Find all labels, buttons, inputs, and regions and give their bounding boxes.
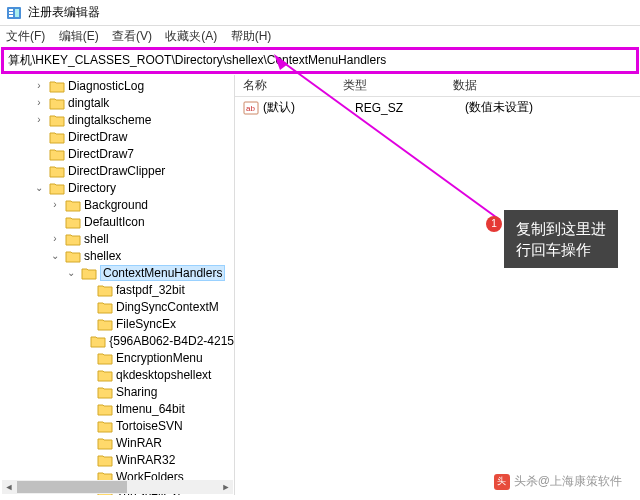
expand-icon[interactable]: › <box>48 199 62 210</box>
tree-item[interactable]: FileSyncEx <box>0 315 234 332</box>
tree-item[interactable]: TortoiseSVN <box>0 417 234 434</box>
tree-item[interactable]: ›Background <box>0 196 234 213</box>
folder-icon <box>49 96 65 110</box>
folder-icon <box>97 436 113 450</box>
tree-item-label: DefaultIcon <box>84 215 145 229</box>
tree-item[interactable]: ⌄Directory <box>0 179 234 196</box>
svg-rect-2 <box>9 12 13 14</box>
folder-icon <box>49 79 65 93</box>
watermark-text: @上海康策软件 <box>538 473 622 490</box>
tree-item[interactable]: DirectDrawClipper <box>0 162 234 179</box>
folder-icon <box>49 147 65 161</box>
tree-item-label: Directory <box>68 181 116 195</box>
tree-item-label: Sharing <box>116 385 157 399</box>
address-bar[interactable]: 算机\HKEY_CLASSES_ROOT\Directory\shellex\C… <box>1 47 639 74</box>
col-name[interactable]: 名称 <box>243 77 343 94</box>
menu-view[interactable]: 查看(V) <box>112 29 152 43</box>
col-type[interactable]: 类型 <box>343 77 453 94</box>
value-type: REG_SZ <box>355 101 465 115</box>
folder-icon <box>65 215 81 229</box>
tree-item[interactable]: WinRAR32 <box>0 451 234 468</box>
col-data[interactable]: 数据 <box>453 77 640 94</box>
svg-rect-4 <box>15 9 19 17</box>
expand-icon[interactable]: ⌄ <box>32 182 46 193</box>
tree-item[interactable]: EncryptionMenu <box>0 349 234 366</box>
tree-item-label: tlmenu_64bit <box>116 402 185 416</box>
tree-item-label: WinRAR32 <box>116 453 175 467</box>
tree-item[interactable]: fastpdf_32bit <box>0 281 234 298</box>
tree-item-label: DingSyncContextM <box>116 300 219 314</box>
folder-icon <box>97 351 113 365</box>
folder-icon <box>49 164 65 178</box>
expand-icon[interactable]: ⌄ <box>48 250 62 261</box>
watermark-prefix: 头杀 <box>514 473 538 490</box>
tree-item[interactable]: ›dingtalkscheme <box>0 111 234 128</box>
value-name: (默认) <box>263 99 355 116</box>
tree-item[interactable]: {596AB062-B4D2-4215 <box>0 332 234 349</box>
expand-icon[interactable]: ⌄ <box>64 267 78 278</box>
svg-rect-1 <box>9 9 13 11</box>
menu-favorites[interactable]: 收藏夹(A) <box>165 29 217 43</box>
folder-icon <box>97 317 113 331</box>
tree-item[interactable]: Sharing <box>0 383 234 400</box>
tree-item[interactable]: DirectDraw7 <box>0 145 234 162</box>
tree-item[interactable]: ⌄shellex <box>0 247 234 264</box>
svg-rect-3 <box>9 15 13 17</box>
svg-text:ab: ab <box>246 104 255 113</box>
folder-icon <box>49 113 65 127</box>
tree-item-label: fastpdf_32bit <box>116 283 185 297</box>
address-text: 算机\HKEY_CLASSES_ROOT\Directory\shellex\C… <box>8 53 386 67</box>
tree-item-label: EncryptionMenu <box>116 351 203 365</box>
folder-icon <box>65 232 81 246</box>
tree-item-label: WinRAR <box>116 436 162 450</box>
list-row[interactable]: ab (默认) REG_SZ (数值未设置) <box>235 97 640 118</box>
menu-file[interactable]: 文件(F) <box>6 29 45 43</box>
scroll-thumb[interactable] <box>17 481 127 493</box>
string-value-icon: ab <box>243 101 259 115</box>
window-title: 注册表编辑器 <box>28 4 100 21</box>
tree-item[interactable]: DefaultIcon <box>0 213 234 230</box>
watermark: 头 头杀 @上海康策软件 <box>494 473 622 490</box>
expand-icon[interactable]: › <box>48 233 62 244</box>
tree-item[interactable]: ›DiagnosticLog <box>0 77 234 94</box>
horizontal-scrollbar[interactable]: ◄ ► <box>2 480 233 494</box>
tree-item-label: qkdesktopshellext <box>116 368 211 382</box>
menubar: 文件(F) 编辑(E) 查看(V) 收藏夹(A) 帮助(H) <box>0 26 640 46</box>
menu-edit[interactable]: 编辑(E) <box>59 29 99 43</box>
tree-item[interactable]: tlmenu_64bit <box>0 400 234 417</box>
expand-icon[interactable]: › <box>32 80 46 91</box>
folder-icon <box>65 198 81 212</box>
tree-item-label: shellex <box>84 249 121 263</box>
tree-item[interactable]: DingSyncContextM <box>0 298 234 315</box>
tree-item-label: DirectDrawClipper <box>68 164 165 178</box>
tree-item-label: DirectDraw <box>68 130 127 144</box>
annotation-callout: 1 复制到这里进 行回车操作 <box>504 210 618 268</box>
tree-panel[interactable]: ›DiagnosticLog›dingtalk›dingtalkschemeDi… <box>0 75 235 495</box>
watermark-logo-icon: 头 <box>494 474 510 490</box>
folder-icon <box>90 334 106 348</box>
tree-item-label: {596AB062-B4D2-4215 <box>109 334 234 348</box>
tree-item[interactable]: WinRAR <box>0 434 234 451</box>
tree-item-label: ContextMenuHandlers <box>100 265 225 281</box>
expand-icon[interactable]: › <box>32 114 46 125</box>
tree-item-label: dingtalk <box>68 96 109 110</box>
folder-icon <box>81 266 97 280</box>
menu-help[interactable]: 帮助(H) <box>231 29 272 43</box>
tree-item[interactable]: DirectDraw <box>0 128 234 145</box>
folder-icon <box>65 249 81 263</box>
list-header: 名称 类型 数据 <box>235 75 640 97</box>
folder-icon <box>97 368 113 382</box>
tree-item[interactable]: qkdesktopshellext <box>0 366 234 383</box>
scroll-right-icon[interactable]: ► <box>219 480 233 494</box>
tree-item[interactable]: ›dingtalk <box>0 94 234 111</box>
folder-icon <box>97 300 113 314</box>
titlebar: 注册表编辑器 <box>0 0 640 26</box>
folder-icon <box>97 402 113 416</box>
folder-icon <box>49 181 65 195</box>
tree-item[interactable]: ›shell <box>0 230 234 247</box>
scroll-left-icon[interactable]: ◄ <box>2 480 16 494</box>
expand-icon[interactable]: › <box>32 97 46 108</box>
list-panel: 名称 类型 数据 ab (默认) REG_SZ (数值未设置) <box>235 75 640 495</box>
tree-item[interactable]: ⌄ContextMenuHandlers <box>0 264 234 281</box>
folder-icon <box>49 130 65 144</box>
